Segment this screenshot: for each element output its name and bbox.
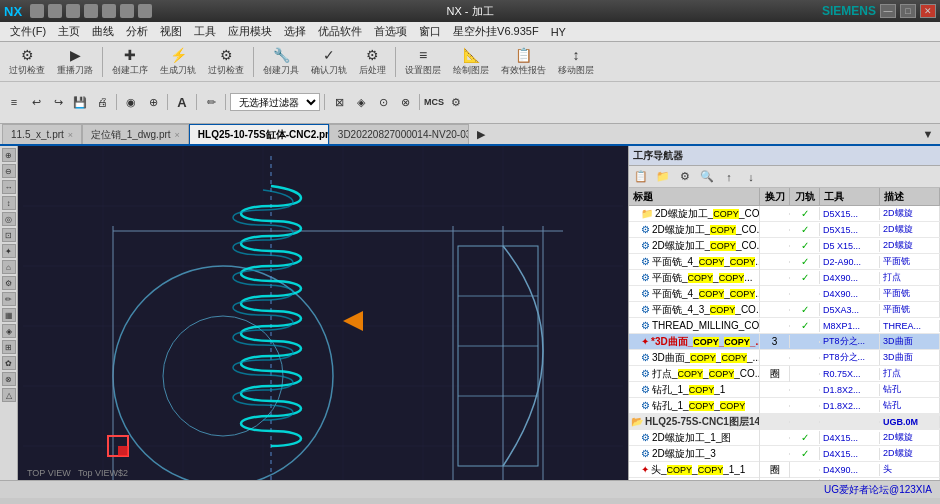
create-op-button[interactable]: ✚ 创建工序 — [107, 45, 153, 79]
left-btn-15[interactable]: ⊗ — [2, 372, 16, 386]
menu-prefs[interactable]: 首选项 — [368, 22, 413, 41]
gen-path-button[interactable]: ⚡ 生成刀轨 — [155, 45, 201, 79]
menu-tools[interactable]: 工具 — [188, 22, 222, 41]
menu-curve[interactable]: 曲线 — [86, 22, 120, 41]
menu-icon-button[interactable]: ≡ — [4, 92, 24, 112]
move-layer-button[interactable]: ↕ 移动图层 — [553, 45, 599, 79]
tab-2[interactable]: HLQ25-10-75S缸体-CNC2.prt × — [189, 124, 329, 144]
nav-row[interactable]: ⚙ 打点_COPY_COPY_CO... 圈 R0.75X... 打点 — [629, 366, 940, 382]
nav-row[interactable]: ⚙ 钻孔_1_COPY_1 D1.8X2... 钻孔 — [629, 382, 940, 398]
left-btn-11[interactable]: ▦ — [2, 308, 16, 322]
tab-1[interactable]: 定位销_1_dwg.prt × — [82, 124, 189, 144]
left-btn-7[interactable]: ✦ — [2, 244, 16, 258]
menu-analyze[interactable]: 分析 — [120, 22, 154, 41]
snap-button[interactable]: ◈ — [351, 92, 371, 112]
nav-row[interactable]: ⚙ THREAD_MILLING_CO... ✓ M8XP1... THREA.… — [629, 318, 940, 334]
filter-dropdown[interactable]: 无选择过滤器 — [230, 93, 320, 111]
nav-row[interactable]: ✦ 头_COPY_COPY_1_1 圈 D4X90... 头 — [629, 462, 940, 478]
nav-btn-1[interactable]: 📋 — [631, 167, 651, 187]
tab-0-close[interactable]: × — [68, 130, 73, 140]
left-btn-4[interactable]: ↕ — [2, 196, 16, 210]
left-btn-12[interactable]: ◈ — [2, 324, 16, 338]
gen-path-icon: ⚡ — [168, 47, 188, 63]
nav-btn-2[interactable]: 📁 — [653, 167, 673, 187]
menu-select[interactable]: 选择 — [278, 22, 312, 41]
menu-view[interactable]: 视图 — [154, 22, 188, 41]
left-btn-13[interactable]: ⊞ — [2, 340, 16, 354]
left-btn-1[interactable]: ⊕ — [2, 148, 16, 162]
circle2-button[interactable]: ⊙ — [373, 92, 393, 112]
menu-file[interactable]: 文件(F) — [4, 22, 52, 41]
nav-cell-blade — [790, 405, 820, 407]
menu-home[interactable]: 主页 — [52, 22, 86, 41]
left-btn-6[interactable]: ⊡ — [2, 228, 16, 242]
left-btn-9[interactable]: ⚙ — [2, 276, 16, 290]
overcut-check-button[interactable]: ⚙ 过切检查 — [4, 45, 50, 79]
cad-viewport[interactable]: TOP VIEW Top VIEW$2 — [18, 146, 628, 480]
draw-layer-button[interactable]: 📐 绘制图层 — [448, 45, 494, 79]
nav-row[interactable]: ⚙ 钻孔点 ✓ T4D4X9... 打点 — [629, 478, 940, 480]
circle-button[interactable]: ◉ — [121, 92, 141, 112]
nav-cell-blade — [790, 357, 820, 359]
overcut2-button[interactable]: ⚙ 过切检查 — [203, 45, 249, 79]
nav-row[interactable]: ⚙ 平面铣_4_COPY_COPY... ✓ D2-A90... 平面铣 — [629, 254, 940, 270]
nav-row[interactable]: 📂 HLQ25-75S-CNC1图层14 UGB.0M — [629, 414, 940, 430]
grid-button[interactable]: ⊠ — [329, 92, 349, 112]
nav-row[interactable]: ⚙ 平面铣_COPY_COPY... ✓ D4X90... 打点 — [629, 270, 940, 286]
tab-1-close[interactable]: × — [175, 130, 180, 140]
nav-row[interactable]: ⚙ 3D曲面_COPY_COPY_... PT8分之... 3D曲面 — [629, 350, 940, 366]
nav-btn-3[interactable]: ⚙ — [675, 167, 695, 187]
menu-premium[interactable]: 优品软件 — [312, 22, 368, 41]
tab-0[interactable]: 11.5_x_t.prt × — [2, 124, 82, 144]
nav-row[interactable]: ✦ *3D曲面_COPY_COPY_... 3 PT8分之... 3D曲面 — [629, 334, 940, 350]
menu-plugin[interactable]: 星空外挂V6.935F — [447, 22, 545, 41]
left-btn-10[interactable]: ✏ — [2, 292, 16, 306]
nav-row[interactable]: ⚙ 2D螺旋加工_3 ✓ D4X15... 2D螺旋 — [629, 446, 940, 462]
tab-3[interactable]: 3D20220827000014-NV20-03_step.prt × — [329, 124, 469, 144]
tab-0-label: 11.5_x_t.prt — [11, 129, 64, 140]
left-btn-16[interactable]: △ — [2, 388, 16, 402]
set-layer-button[interactable]: ≡ 设置图层 — [400, 45, 446, 79]
nav-btn-4[interactable]: 🔍 — [697, 167, 717, 187]
tab-scroll-right[interactable]: ▶ — [471, 124, 491, 144]
left-btn-8[interactable]: ⌂ — [2, 260, 16, 274]
close-button[interactable]: ✕ — [920, 4, 936, 18]
check-icon: ✓ — [801, 448, 809, 459]
pencil-button[interactable]: ✏ — [201, 92, 221, 112]
settings-button[interactable]: ⚙ — [446, 92, 466, 112]
menu-app[interactable]: 应用模块 — [222, 22, 278, 41]
maximize-button[interactable]: □ — [900, 4, 916, 18]
replay-path-button[interactable]: ▶ 重播刀路 — [52, 45, 98, 79]
print-button[interactable]: 🖨 — [92, 92, 112, 112]
post-process-button[interactable]: ⚙ 后处理 — [354, 45, 391, 79]
nav-list[interactable]: 📁 2D螺旋加工_COPY_CO... ✓ D5X15... 2D螺旋 ⚙ 2D… — [629, 206, 940, 480]
x-button[interactable]: ⊗ — [395, 92, 415, 112]
nav-row[interactable]: 📁 2D螺旋加工_COPY_CO... ✓ D5X15... 2D螺旋 — [629, 206, 940, 222]
confirm-path-button[interactable]: ✓ 确认刀轨 — [306, 45, 352, 79]
left-btn-5[interactable]: ◎ — [2, 212, 16, 226]
tab-menu-button[interactable]: ▼ — [918, 124, 938, 144]
minimize-button[interactable]: — — [880, 4, 896, 18]
left-btn-14[interactable]: ✿ — [2, 356, 16, 370]
left-btn-3[interactable]: ↔ — [2, 180, 16, 194]
save-button[interactable]: 💾 — [70, 92, 90, 112]
toolbar-row1: ⚙ 过切检查 ▶ 重播刀路 ✚ 创建工序 ⚡ 生成刀轨 ⚙ 过切检查 🔧 创建刀… — [0, 42, 940, 82]
nav-row[interactable]: ⚙ 2D螺旋加工_COPY_CO... ✓ D5X15... 2D螺旋 — [629, 222, 940, 238]
mcs-button[interactable]: MCS — [424, 92, 444, 112]
menu-hy[interactable]: HY — [545, 24, 572, 40]
nav-btn-6[interactable]: ↓ — [741, 167, 761, 187]
redo-button[interactable]: ↪ — [48, 92, 68, 112]
nav-btn-5[interactable]: ↑ — [719, 167, 739, 187]
nav-row[interactable]: ⚙ 平面铣_4_COPY_COPY... D4X90... 平面铣 — [629, 286, 940, 302]
add-button[interactable]: ⊕ — [143, 92, 163, 112]
undo-button[interactable]: ↩ — [26, 92, 46, 112]
nav-row[interactable]: ⚙ 2D螺旋加工_1_图 ✓ D4X15... 2D螺旋 — [629, 430, 940, 446]
nav-row[interactable]: ⚙ 2D螺旋加工_COPY_CO... ✓ D5 X15... 2D螺旋 — [629, 238, 940, 254]
left-btn-2[interactable]: ⊖ — [2, 164, 16, 178]
nav-row[interactable]: ⚙ 钻孔_1_COPY_COPY D1.8X2... 钻孔 — [629, 398, 940, 414]
validity-report-button[interactable]: 📋 有效性报告 — [496, 45, 551, 79]
nav-row[interactable]: ⚙ 平面铣_4_3_COPY_CO... ✓ D5XA3... 平面铣 — [629, 302, 940, 318]
text-button[interactable]: A — [172, 92, 192, 112]
menu-window[interactable]: 窗口 — [413, 22, 447, 41]
create-tool-button[interactable]: 🔧 创建刀具 — [258, 45, 304, 79]
